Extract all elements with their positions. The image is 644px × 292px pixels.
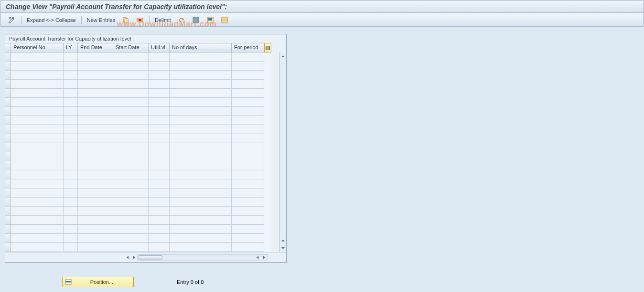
- grid-cell[interactable]: [149, 107, 170, 116]
- grid-cell[interactable]: [170, 243, 232, 252]
- delimit-button[interactable]: Delimit: [152, 15, 173, 25]
- grid-cell[interactable]: [232, 161, 264, 170]
- grid-cell[interactable]: [78, 234, 113, 243]
- grid-cell[interactable]: [64, 225, 78, 234]
- delete-button[interactable]: [134, 15, 146, 25]
- deselect-all-button[interactable]: [218, 15, 231, 25]
- column-header[interactable]: End Date: [78, 43, 113, 52]
- column-header[interactable]: LY: [64, 43, 78, 52]
- grid-cell[interactable]: [149, 52, 170, 62]
- row-selector[interactable]: [5, 243, 11, 252]
- grid-cell[interactable]: [170, 52, 232, 62]
- undo-button[interactable]: [175, 15, 188, 25]
- row-selector[interactable]: [5, 188, 11, 198]
- grid-cell[interactable]: [170, 89, 232, 98]
- grid-cell[interactable]: [232, 188, 264, 198]
- row-selector[interactable]: [5, 71, 11, 80]
- grid-cell[interactable]: [113, 216, 149, 225]
- grid-cell[interactable]: [113, 116, 149, 125]
- grid-cell[interactable]: [170, 170, 232, 179]
- grid-cell[interactable]: [78, 125, 113, 134]
- grid-cell[interactable]: [78, 143, 113, 152]
- grid-cell[interactable]: [232, 216, 264, 225]
- grid-cell[interactable]: [113, 71, 149, 80]
- grid-cell[interactable]: [78, 198, 113, 207]
- grid-cell[interactable]: [232, 71, 264, 80]
- scroll-up-icon[interactable]: [280, 53, 286, 60]
- grid-cell[interactable]: [232, 179, 264, 188]
- grid-cell[interactable]: [64, 143, 78, 152]
- row-selector[interactable]: [5, 216, 11, 225]
- grid-cell[interactable]: [78, 52, 113, 62]
- scroll-right-icon[interactable]: [131, 254, 137, 261]
- grid-cell[interactable]: [113, 89, 149, 98]
- grid-cell[interactable]: [78, 216, 113, 225]
- grid-cell[interactable]: [11, 62, 64, 71]
- grid-cell[interactable]: [113, 188, 149, 198]
- grid-cell[interactable]: [113, 80, 149, 89]
- grid-cell[interactable]: [149, 71, 170, 80]
- grid-cell[interactable]: [11, 98, 64, 107]
- grid-cell[interactable]: [232, 89, 264, 98]
- grid-cell[interactable]: [11, 225, 64, 234]
- expand-collapse-button[interactable]: Expand <-> Collapse: [24, 15, 78, 25]
- grid-cell[interactable]: [11, 216, 64, 225]
- grid-cell[interactable]: [78, 207, 113, 216]
- grid-cell[interactable]: [11, 116, 64, 125]
- grid-cell[interactable]: [113, 179, 149, 188]
- grid-cell[interactable]: [64, 107, 78, 116]
- row-selector[interactable]: [5, 134, 11, 143]
- grid-cell[interactable]: [11, 52, 64, 62]
- grid-cell[interactable]: [11, 161, 64, 170]
- grid-cell[interactable]: [170, 207, 232, 216]
- grid-select-all-corner[interactable]: [5, 43, 11, 52]
- grid-cell[interactable]: [11, 179, 64, 188]
- row-selector[interactable]: [5, 62, 11, 71]
- grid-cell[interactable]: [149, 161, 170, 170]
- grid-configure-button[interactable]: [264, 43, 271, 52]
- scroll-down-icon[interactable]: [280, 245, 286, 251]
- grid-cell[interactable]: [113, 161, 149, 170]
- scroll-right-icon[interactable]: [261, 254, 267, 261]
- grid-cell[interactable]: [11, 198, 64, 207]
- grid-cell[interactable]: [232, 62, 264, 71]
- grid-cell[interactable]: [113, 198, 149, 207]
- grid-cell[interactable]: [78, 80, 113, 89]
- grid-cell[interactable]: [232, 98, 264, 107]
- grid-cell[interactable]: [64, 207, 78, 216]
- grid-cell[interactable]: [64, 116, 78, 125]
- scroll-track[interactable]: [137, 254, 268, 261]
- grid-cell[interactable]: [64, 71, 78, 80]
- grid-cell[interactable]: [170, 125, 232, 134]
- grid-cell[interactable]: [232, 225, 264, 234]
- row-selector[interactable]: [5, 207, 11, 216]
- scroll-left-icon[interactable]: [255, 254, 261, 261]
- row-selector[interactable]: [5, 143, 11, 152]
- row-selector[interactable]: [5, 52, 11, 62]
- grid-cell[interactable]: [78, 98, 113, 107]
- grid-cell[interactable]: [170, 143, 232, 152]
- grid-cell[interactable]: [149, 216, 170, 225]
- grid-cell[interactable]: [149, 62, 170, 71]
- grid-cell[interactable]: [64, 152, 78, 161]
- grid-cell[interactable]: [64, 188, 78, 198]
- grid-cell[interactable]: [149, 225, 170, 234]
- grid-cell[interactable]: [64, 216, 78, 225]
- grid-cell[interactable]: [149, 98, 170, 107]
- toggle-display-change-button[interactable]: [6, 15, 18, 25]
- grid-cell[interactable]: [11, 207, 64, 216]
- grid-cell[interactable]: [64, 62, 78, 71]
- grid-vertical-scrollbar[interactable]: [279, 52, 286, 252]
- grid-cell[interactable]: [64, 179, 78, 188]
- grid-cell[interactable]: [78, 170, 113, 179]
- column-header[interactable]: Start Date: [113, 43, 149, 52]
- grid-cell[interactable]: [64, 89, 78, 98]
- grid-cell[interactable]: [170, 80, 232, 89]
- grid-cell[interactable]: [149, 179, 170, 188]
- copy-as-button[interactable]: [119, 15, 132, 25]
- grid-cell[interactable]: [170, 179, 232, 188]
- row-selector[interactable]: [5, 152, 11, 161]
- row-selector[interactable]: [5, 107, 11, 116]
- grid-cell[interactable]: [11, 71, 64, 80]
- grid-cell[interactable]: [232, 107, 264, 116]
